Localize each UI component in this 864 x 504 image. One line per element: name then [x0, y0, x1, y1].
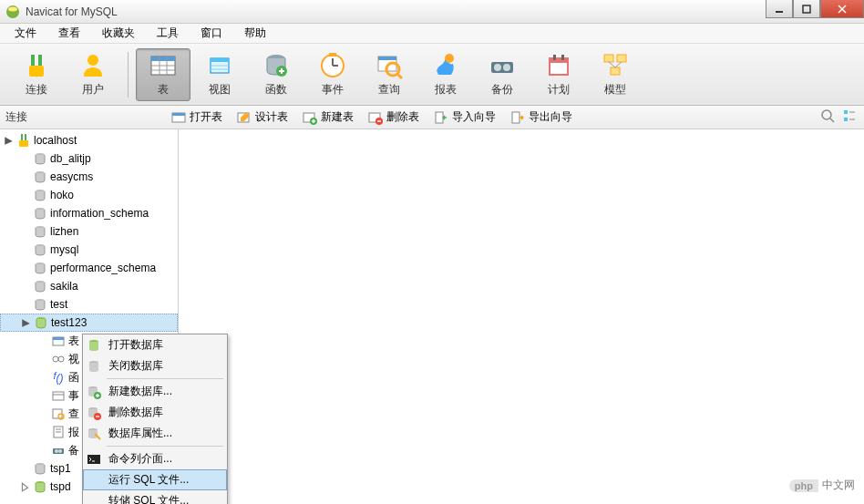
tree-db[interactable]: sakila	[0, 277, 178, 295]
tool-query[interactable]: 查询	[362, 48, 417, 101]
titlebar: Navicat for MySQL	[0, 0, 864, 24]
tree-db-selected[interactable]: test123	[0, 314, 178, 332]
svg-rect-51	[512, 112, 519, 123]
host-icon	[16, 133, 31, 148]
ctx-db-props[interactable]: 数据库属性...	[83, 423, 227, 444]
folder-backup-icon	[51, 443, 66, 458]
tool-label: 报表	[435, 82, 457, 98]
svg-rect-25	[329, 53, 336, 57]
ctx-delete-db[interactable]: 删除数据库	[83, 402, 227, 423]
btn-delete-table[interactable]: 删除表	[361, 108, 427, 127]
svg-rect-40	[611, 67, 620, 75]
function-icon	[262, 51, 291, 80]
minimize-button[interactable]	[766, 0, 793, 18]
db-icon	[33, 461, 47, 476]
watermark-badge: php	[789, 479, 818, 492]
close-button[interactable]	[820, 0, 864, 18]
tool-connection[interactable]: 连接	[9, 48, 64, 101]
menu-tools[interactable]: 工具	[146, 24, 190, 43]
svg-rect-39	[617, 55, 626, 62]
btn-new-table[interactable]: 新建表	[295, 108, 361, 127]
tree-db[interactable]: performance_schema	[0, 259, 178, 277]
tool-table[interactable]: 表	[136, 48, 190, 101]
btn-design-table[interactable]: 设计表	[230, 108, 295, 127]
db-icon	[33, 297, 47, 312]
db-props-icon	[87, 427, 101, 441]
window-controls	[766, 0, 864, 18]
tree-host[interactable]: localhost	[0, 131, 178, 149]
import-icon	[434, 110, 448, 125]
ctx-dump-sql[interactable]: 转储 SQL 文件...	[83, 490, 227, 504]
tool-function[interactable]: 函数	[249, 48, 303, 101]
main-content-pane	[179, 129, 864, 504]
ctx-close-db[interactable]: 关闭数据库	[83, 355, 227, 376]
svg-rect-54	[844, 110, 848, 114]
svg-point-1	[8, 6, 17, 11]
ctx-cli[interactable]: 命令列介面...	[83, 448, 227, 469]
tool-user[interactable]: 用户	[66, 48, 120, 101]
db-icon	[33, 170, 47, 184]
tool-report[interactable]: 报表	[418, 48, 473, 101]
model-icon	[601, 51, 630, 80]
db-icon	[33, 279, 47, 293]
event-icon	[318, 51, 347, 80]
ctx-run-sql[interactable]: 运行 SQL 文件...	[83, 469, 227, 490]
db-open-icon	[34, 315, 48, 330]
tree-db[interactable]: easycms	[0, 168, 178, 186]
list-view-icon[interactable]	[842, 108, 857, 126]
menubar: 文件 查看 收藏夹 工具 窗口 帮助	[0, 24, 864, 44]
user-icon	[78, 51, 108, 80]
tool-label: 备份	[491, 82, 513, 98]
tree-db[interactable]: hoko	[0, 186, 178, 204]
open-table-icon	[171, 110, 186, 125]
tree-db[interactable]: information_schema	[0, 204, 178, 222]
svg-rect-17	[211, 58, 229, 62]
expand-icon[interactable]	[20, 482, 30, 492]
new-table-icon	[303, 110, 317, 125]
collapse-icon[interactable]	[21, 318, 31, 328]
btn-export-wizard[interactable]: 导出向导	[503, 108, 580, 127]
ctx-new-db[interactable]: 新建数据库...	[83, 381, 227, 402]
svg-rect-75	[53, 392, 64, 400]
svg-point-33	[503, 64, 510, 71]
svg-rect-59	[25, 134, 26, 140]
btn-open-table[interactable]: 打开表	[164, 108, 230, 127]
folder-report-icon	[51, 425, 66, 439]
tool-label: 视图	[209, 82, 231, 98]
svg-point-32	[494, 64, 501, 71]
sub-toolbar: 连接 打开表 设计表 新建表 删除表 导入向导 导出向导	[0, 106, 864, 129]
tool-view[interactable]: 视图	[192, 48, 247, 101]
sub-toolbar-label: 连接	[5, 109, 164, 125]
tree-db[interactable]: lizhen	[0, 222, 178, 241]
tool-schedule[interactable]: 计划	[531, 48, 586, 101]
tool-model[interactable]: 模型	[588, 48, 643, 101]
tree-db[interactable]: mysql	[0, 241, 178, 259]
menu-file[interactable]: 文件	[4, 24, 47, 43]
collapse-icon[interactable]	[4, 136, 14, 146]
db-icon	[33, 261, 47, 275]
menu-help[interactable]: 帮助	[233, 24, 277, 43]
maximize-button[interactable]	[793, 0, 820, 18]
tree-db[interactable]: db_alitjp	[0, 149, 178, 168]
tool-event[interactable]: 事件	[305, 48, 360, 101]
menu-favorites[interactable]: 收藏夹	[91, 24, 146, 43]
svg-point-52	[822, 110, 831, 119]
svg-point-74	[58, 356, 64, 362]
folder-event-icon	[51, 388, 66, 403]
folder-view-icon	[51, 352, 66, 366]
btn-import-wizard[interactable]: 导入向导	[427, 108, 503, 127]
svg-line-53	[830, 118, 834, 122]
tool-backup[interactable]: 备份	[475, 48, 530, 101]
ctx-open-db[interactable]: 打开数据库	[83, 334, 227, 355]
svg-rect-8	[29, 66, 44, 77]
db-open-icon	[33, 479, 47, 494]
context-menu: 打开数据库 关闭数据库 新建数据库... 删除数据库 数据库属性... 命令列介…	[82, 334, 228, 504]
svg-rect-44	[172, 113, 185, 116]
tree-db[interactable]: test	[0, 295, 178, 314]
menu-window[interactable]: 窗口	[190, 24, 233, 43]
svg-line-41	[609, 62, 615, 67]
svg-rect-94	[87, 455, 100, 464]
menu-view[interactable]: 查看	[47, 24, 91, 43]
backup-icon	[488, 51, 517, 80]
search-icon[interactable]	[820, 108, 835, 126]
